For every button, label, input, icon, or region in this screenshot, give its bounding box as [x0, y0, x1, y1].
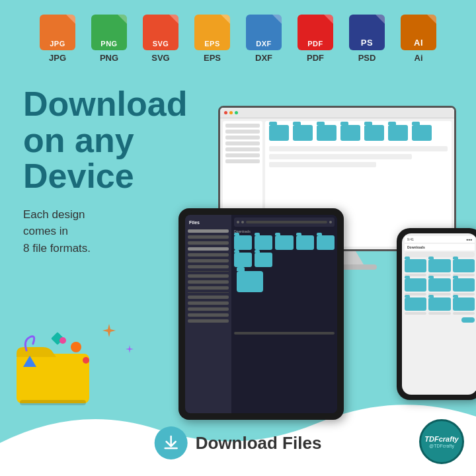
phone-mockup: 9:41 ●●● Downloads	[397, 228, 476, 400]
download-button-label[interactable]: Download Files	[196, 433, 322, 454]
sparkle-decoration-2	[126, 344, 134, 356]
pdf-icon: PDF PDF	[293, 15, 338, 63]
brand-handle: @TDFcrafty	[429, 444, 454, 448]
folder-3d-illustration	[13, 331, 99, 410]
svg-point-3	[71, 342, 81, 352]
download-icon[interactable]	[155, 426, 188, 459]
devices-area: Files	[178, 106, 476, 383]
eps-icon: EPS EPS	[190, 15, 235, 63]
sparkle-decoration	[102, 324, 116, 340]
tablet-mockup: Files	[178, 208, 344, 420]
psd-icon: Ps PSD	[344, 15, 389, 63]
svg-point-4	[83, 357, 89, 364]
jpg-icon: JPG JPG	[35, 15, 80, 63]
dxf-icon: DXF DXF	[241, 15, 286, 63]
main-container: JPG JPG PNG PNG SVG SVG EPS EPS DXF	[0, 0, 476, 476]
file-formats-row: JPG JPG PNG PNG SVG SVG EPS EPS DXF	[0, 0, 476, 69]
ai-icon: Ai Ai	[396, 15, 441, 63]
svg-marker-8	[126, 345, 134, 353]
brand-name: TDFcrafty	[424, 435, 458, 444]
png-icon: PNG PNG	[87, 15, 132, 63]
brand-badge: TDFcrafty @TDFcrafty	[419, 419, 464, 464]
svg-marker-7	[102, 324, 116, 337]
subtext: Each design comes in 8 file formats.	[23, 206, 187, 257]
headline-text: Download on any Device	[23, 86, 187, 194]
svg-icon: SVG SVG	[138, 15, 183, 63]
svg-rect-1	[20, 400, 86, 405]
download-area[interactable]: Download Files	[155, 426, 322, 459]
svg-point-6	[60, 337, 66, 344]
headline: Download on any Device Each design comes…	[23, 86, 187, 257]
